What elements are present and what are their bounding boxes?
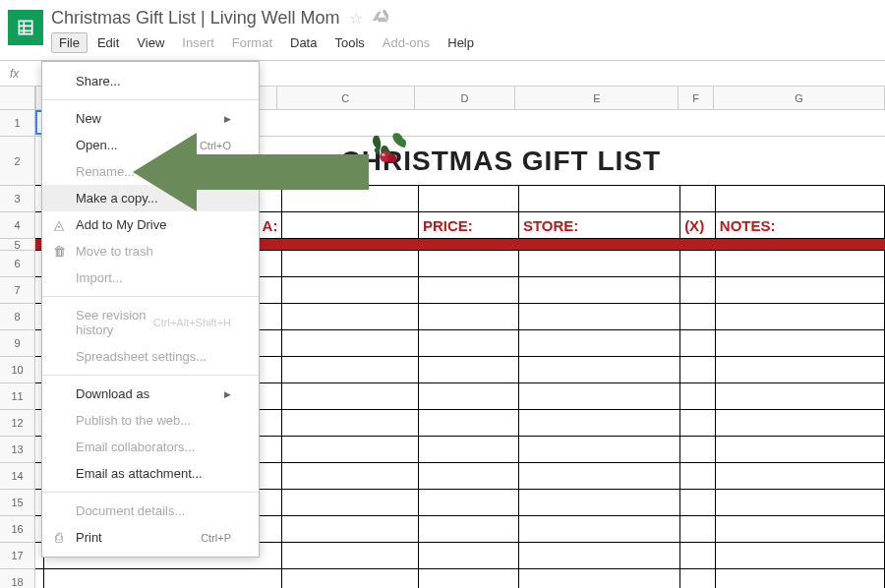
row-header[interactable]: 2 (0, 137, 34, 186)
menu-revision-history[interactable]: See revision historyCtrl+Alt+Shift+H (42, 302, 259, 343)
row-header[interactable]: 12 (0, 410, 34, 437)
row-header[interactable]: 5 (0, 239, 34, 251)
row-header[interactable]: 10 (0, 357, 34, 383)
menu-add-to-drive[interactable]: ◬Add to My Drive (42, 211, 259, 238)
row-header[interactable]: 13 (0, 437, 34, 463)
col-header-price[interactable]: PRICE: (419, 212, 519, 238)
menu-share[interactable]: Share... (42, 68, 259, 94)
row-header[interactable]: 11 (0, 383, 34, 410)
menu-insert[interactable]: Insert (174, 32, 222, 53)
menu-document-details[interactable]: Document details... (42, 498, 259, 524)
select-all-corner[interactable] (0, 87, 34, 110)
row-header[interactable]: 18 (0, 569, 34, 588)
document-title-row: Christmas Gift List | Living Well Mom ☆ (51, 8, 877, 29)
col-header-notes[interactable]: NOTES: (716, 212, 885, 238)
menubar: File Edit View Insert Format Data Tools … (51, 32, 877, 53)
row-header[interactable]: 16 (0, 516, 34, 543)
fx-label: fx (10, 67, 19, 81)
row-header[interactable]: 14 (0, 463, 34, 490)
drive-add-icon: ◬ (50, 217, 68, 232)
col-header[interactable]: D (415, 87, 516, 109)
menu-view[interactable]: View (129, 32, 172, 53)
menu-publish-web[interactable]: Publish to the web... (42, 407, 259, 434)
col-header[interactable]: F (678, 87, 714, 109)
col-header[interactable]: G (714, 87, 885, 109)
sheet-title[interactable]: CHRISTMAS GIFT LIST (282, 137, 885, 185)
submenu-arrow-icon: ▶ (224, 389, 231, 399)
row-header[interactable]: 15 (0, 490, 34, 516)
menu-make-copy[interactable]: Make a copy... (42, 185, 259, 211)
menu-email-collaborators[interactable]: Email collaborators... (42, 434, 259, 460)
print-icon: ⎙ (50, 530, 68, 545)
document-title[interactable]: Christmas Gift List | Living Well Mom (51, 8, 339, 29)
menu-format[interactable]: Format (224, 32, 280, 53)
app-header: Christmas Gift List | Living Well Mom ☆ … (0, 0, 885, 61)
menu-import[interactable]: Import... (42, 265, 259, 291)
col-header-store[interactable]: STORE: (519, 212, 680, 238)
menu-rename[interactable]: Rename... (42, 158, 259, 185)
menu-email-attachment[interactable]: Email as attachment... (42, 460, 259, 487)
table-row[interactable] (35, 569, 885, 588)
row-header[interactable]: 6 (0, 251, 34, 277)
menu-print[interactable]: ⎙PrintCtrl+P (42, 524, 259, 551)
row-header[interactable]: 17 (0, 543, 34, 569)
menu-new[interactable]: New▶ (42, 105, 259, 132)
row-header[interactable]: 3 (0, 186, 34, 212)
file-menu-dropdown: Share... New▶ Open...Ctrl+O Rename... Ma… (41, 61, 260, 558)
menu-help[interactable]: Help (440, 32, 482, 53)
col-header-check[interactable]: (X) (680, 212, 716, 238)
menu-spreadsheet-settings[interactable]: Spreadsheet settings... (42, 343, 259, 370)
sheets-logo[interactable] (8, 10, 43, 45)
menu-edit[interactable]: Edit (89, 32, 127, 53)
row-header[interactable]: 9 (0, 330, 34, 357)
col-header-c[interactable] (282, 212, 419, 238)
row-headers: 1 2 3 4 5 6 7 8 9 10 11 12 13 14 15 16 1… (0, 87, 35, 588)
submenu-arrow-icon: ▶ (224, 114, 231, 124)
menu-tools[interactable]: Tools (326, 32, 372, 53)
menu-move-to-trash[interactable]: 🗑Move to trash (42, 238, 259, 265)
row-header[interactable]: 4 (0, 212, 34, 239)
menu-data[interactable]: Data (282, 32, 324, 53)
col-header[interactable]: E (515, 87, 678, 109)
menu-addons[interactable]: Add-ons (375, 32, 438, 53)
row-header[interactable]: 8 (0, 304, 34, 330)
row-header[interactable]: 7 (0, 277, 34, 304)
col-header[interactable]: C (277, 87, 415, 109)
trash-icon: 🗑 (50, 244, 68, 259)
row-header[interactable]: 1 (0, 110, 34, 137)
menu-download-as[interactable]: Download as▶ (42, 381, 259, 407)
star-icon[interactable]: ☆ (349, 9, 363, 28)
title-area: Christmas Gift List | Living Well Mom ☆ … (51, 8, 877, 53)
menu-file[interactable]: File (51, 32, 88, 53)
menu-open[interactable]: Open...Ctrl+O (42, 132, 259, 158)
drive-status-icon[interactable] (373, 10, 388, 27)
